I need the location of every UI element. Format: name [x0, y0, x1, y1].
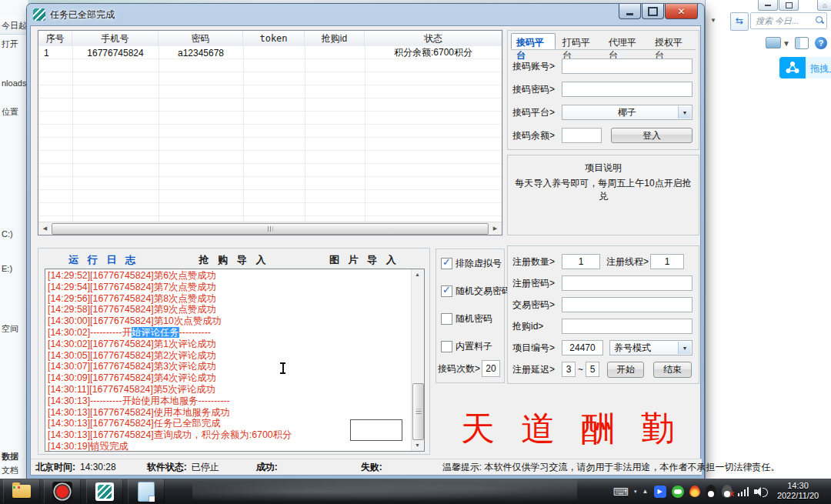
log-line: [14:30:09][16776745824]第4次评论成功: [48, 372, 410, 384]
taskbar-notepad-button[interactable]: [128, 479, 165, 503]
login-button[interactable]: 登入: [611, 128, 692, 143]
col-token[interactable]: token: [243, 31, 305, 46]
options-panel: 排除虚拟号 随机交易密码 随机密码 内置料子 接码次数> 20: [436, 249, 505, 383]
table-header[interactable]: 序号 手机号 密码 token 抢购id 状态: [38, 31, 502, 47]
views-button[interactable]: [766, 37, 781, 48]
scrollbar-thumb[interactable]: [412, 383, 424, 440]
buy-id-input[interactable]: [562, 319, 692, 334]
drive-e-fragment[interactable]: E:): [2, 264, 12, 273]
close-button[interactable]: ✕: [665, 4, 698, 19]
downloads-label-fragment[interactable]: nloads: [2, 78, 26, 88]
start-button[interactable]: 开始: [607, 362, 644, 378]
log-line: [14:30:13][16776745824]使用本地服务成功: [48, 407, 410, 419]
bg-home-button[interactable]: ⌂: [817, 0, 831, 11]
tab-captcha-platform[interactable]: 打码平台: [557, 33, 602, 49]
vertical-scrollbar[interactable]: ▲ ▼: [411, 269, 424, 451]
show-hidden-icons[interactable]: ▲: [642, 488, 649, 495]
wechat-icon[interactable]: [672, 486, 684, 498]
open-button-fragment[interactable]: 打开: [2, 38, 18, 50]
horizontal-scrollbar[interactable]: ◀ ▶: [38, 222, 502, 235]
flame-app-icon[interactable]: [689, 486, 700, 497]
col-status[interactable]: 状态: [365, 31, 502, 46]
table-body[interactable]: 1 16776745824 a12345678 积分余额:6700积分: [38, 46, 502, 222]
register-quantity-input[interactable]: 1: [562, 254, 600, 269]
scrollbar-thumb[interactable]: [52, 223, 489, 235]
trade-password-input[interactable]: [562, 297, 692, 312]
stop-button[interactable]: 结束: [653, 362, 692, 378]
register-threads-input[interactable]: 1: [650, 254, 684, 269]
qq-icon[interactable]: [706, 485, 716, 498]
table-row[interactable]: 1 16776745824 a12345678 积分余额:6700积分: [38, 46, 502, 59]
help-button[interactable]: ?: [815, 37, 827, 49]
chevron-down-icon[interactable]: ▼: [710, 17, 716, 24]
refresh-button[interactable]: ⇆: [730, 12, 749, 31]
log-line: [14:29:52][16776745824]第6次点赞成功: [48, 270, 410, 282]
search-input[interactable]: 搜索 今日...: [750, 12, 827, 29]
checkbox-random-password[interactable]: 随机密码: [441, 312, 492, 325]
buy-id-label: 抢购id>: [512, 320, 562, 333]
cell-password: a12345678: [159, 46, 243, 59]
scroll-right-icon[interactable]: ▶: [489, 223, 501, 233]
background-explorer-left: 今日起 打开 nloads 位置 C:) E:) 空间 数据 文档: [0, 0, 28, 479]
views-dropdown-icon[interactable]: ▼: [783, 39, 790, 52]
account-table[interactable]: 序号 手机号 密码 token 抢购id 状态 1 16776745824: [38, 30, 502, 235]
sms-balance-input[interactable]: [562, 128, 602, 143]
tray-dropdown-icon[interactable]: ▾: [634, 489, 637, 495]
register-quantity-label: 注册数量>: [512, 255, 562, 269]
tab-proxy-platform[interactable]: 代理平台: [603, 33, 648, 49]
tab-auth-platform[interactable]: 授权平台: [649, 33, 694, 49]
scroll-up-icon[interactable]: ▲: [412, 269, 422, 280]
tab-image-import[interactable]: 图 片 导 入: [329, 253, 399, 267]
checkbox-builtin-material[interactable]: 内置料子: [441, 340, 492, 353]
netdisk-upload-bar[interactable]: 拖拽上: [779, 57, 831, 78]
col-phone[interactable]: 手机号: [72, 31, 159, 46]
register-password-input[interactable]: [562, 275, 692, 291]
keyboard-icon[interactable]: ⌨: [613, 486, 629, 497]
delay-to-input[interactable]: 5: [586, 362, 599, 377]
doc-label-fragment[interactable]: 文档: [2, 465, 18, 476]
tab-buy-import[interactable]: 抢 购 导 入: [199, 253, 269, 267]
register-panel: 注册数量> 1 注册线程> 1 注册密码> 交易密码> 抢购id>: [507, 245, 699, 384]
col-password[interactable]: 密码: [159, 31, 243, 46]
taskbar-clock[interactable]: 14:30 2022/11/20: [768, 481, 828, 501]
network-signal-icon[interactable]: [738, 487, 749, 496]
checkbox-random-trade-password[interactable]: 随机交易密码: [441, 285, 511, 298]
cell-status: 积分余额:6700积分: [365, 46, 502, 59]
taskbar-recorder-button[interactable]: [44, 479, 81, 503]
minimize-button[interactable]: [619, 4, 641, 19]
drive-c-fragment[interactable]: C:): [2, 229, 13, 239]
sms-count-input[interactable]: 20: [482, 360, 500, 377]
sms-platform-select[interactable]: 椰子 ▼: [562, 105, 692, 120]
clock-time: 14:30: [768, 481, 828, 491]
title-bar[interactable]: 任务已全部完成 ✕: [27, 4, 704, 25]
system-tray: ⌨ ▾ ▲ ▶ ✕: [613, 479, 765, 504]
motto-text: 天 道 酬 勤: [437, 405, 706, 452]
chevron-down-icon[interactable]: ▼: [678, 342, 691, 354]
checkbox-exclude-virtual[interactable]: 排除虚拟号: [441, 257, 502, 270]
project-no-input[interactable]: 24470: [562, 340, 603, 355]
col-index[interactable]: 序号: [38, 31, 72, 46]
bg-maximize-button[interactable]: [779, 0, 799, 11]
scroll-left-icon[interactable]: ◀: [39, 223, 51, 233]
chevron-down-icon[interactable]: ▼: [678, 106, 691, 118]
beijing-time-value: 14:30:28: [80, 462, 121, 472]
log-mini-input[interactable]: [350, 419, 402, 441]
col-buy-id[interactable]: 抢购id: [305, 31, 365, 46]
tab-run-log[interactable]: 运 行 日 志: [68, 253, 138, 267]
scroll-down-icon[interactable]: ▼: [412, 440, 422, 451]
sms-platform-label: 接码平台>: [512, 106, 562, 119]
taskbar-app-button[interactable]: [86, 479, 123, 503]
maximize-button[interactable]: [642, 4, 664, 19]
volume-icon[interactable]: [754, 486, 765, 497]
qq-offline-icon[interactable]: ✕: [722, 485, 733, 498]
taskbar-explorer-button[interactable]: [3, 479, 40, 503]
sms-account-input[interactable]: [562, 58, 692, 74]
preview-pane-button[interactable]: [795, 37, 809, 49]
mode-select[interactable]: 养号模式 ▼: [609, 340, 692, 355]
media-app-icon[interactable]: ▶: [654, 486, 666, 498]
sms-password-input[interactable]: [562, 82, 692, 97]
bg-minimize-button[interactable]: [758, 0, 778, 11]
delay-from-input[interactable]: 3: [562, 362, 576, 377]
search-placeholder: 搜索 今日...: [756, 15, 799, 27]
tab-sms-platform[interactable]: 接码平台: [511, 33, 556, 49]
